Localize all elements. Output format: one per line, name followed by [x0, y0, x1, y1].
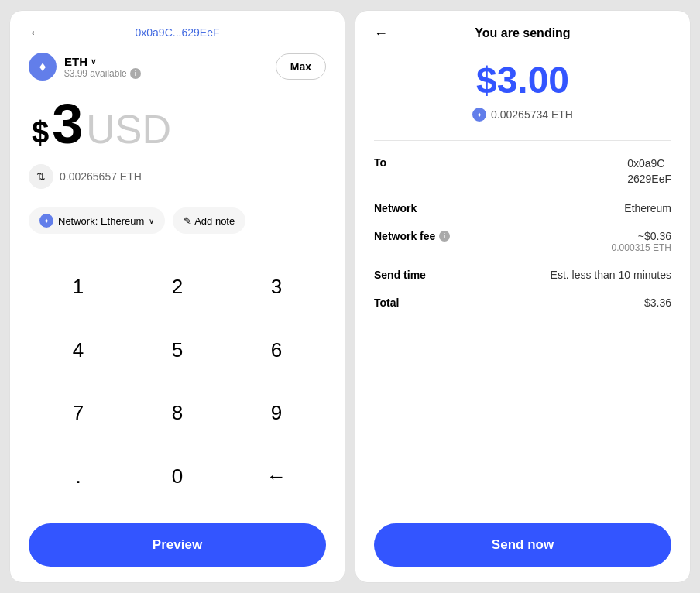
eth-amount-row: ⇅ 0.00265657 ETH — [29, 164, 326, 189]
add-note-button[interactable]: ✎ Add note — [173, 207, 245, 234]
to-address: 0x0a9C 2629EeF — [627, 156, 671, 187]
left-header: ← 0x0a9C...629EeF — [29, 26, 326, 39]
fee-eth: 0.000315 ETH — [612, 242, 671, 253]
sending-amount: $3.00 — [374, 59, 671, 101]
numpad-key-7[interactable]: 7 — [29, 382, 128, 445]
send-time-value: Est. less than 10 minutes — [551, 269, 671, 281]
send-time-label: Send time — [374, 269, 426, 281]
numpad-key-9[interactable]: 9 — [227, 382, 326, 445]
numpad-key-1[interactable]: 1 — [29, 255, 128, 319]
sending-eth: ♦ 0.00265734 ETH — [374, 108, 671, 122]
network-eth-icon: ♦ — [39, 214, 53, 228]
left-back-arrow[interactable]: ← — [29, 25, 43, 41]
fee-label: Network fee — [374, 230, 435, 242]
eth-logo: ♦ — [29, 53, 57, 81]
network-chevron: ∨ — [149, 217, 154, 225]
total-value: $3.36 — [644, 296, 671, 309]
network-row: Network Ethereum — [374, 202, 671, 214]
right-panel: ← You are sending $3.00 ♦ 0.00265734 ETH… — [355, 10, 691, 583]
sending-usd: $3.00 — [374, 59, 671, 101]
total-row: Total $3.36 — [374, 296, 671, 309]
numpad-key-2[interactable]: 2 — [128, 255, 227, 319]
numpad-key-backspace[interactable]: ← — [227, 445, 326, 509]
dollar-sign: $ — [32, 115, 49, 150]
numpad-key-5[interactable]: 5 — [128, 319, 227, 382]
token-row: ♦ ETH ∨ $3.99 available i Max — [29, 53, 326, 81]
to-address-line1: 0x0a9C — [627, 156, 671, 172]
right-header: ← You are sending — [374, 26, 671, 40]
fee-usd: ~$0.36 — [612, 230, 671, 242]
to-row: To 0x0a9C 2629EeF — [374, 156, 671, 187]
token-details: ETH ∨ $3.99 available i — [64, 55, 141, 79]
token-chevron: ∨ — [91, 57, 96, 66]
sending-eth-amount: 0.00265734 ETH — [491, 108, 573, 121]
send-now-button[interactable]: Send now — [374, 523, 671, 567]
add-note-label: ✎ Add note — [184, 215, 235, 227]
token-name[interactable]: ETH ∨ — [64, 55, 141, 68]
fee-label-group: Network fee i — [374, 230, 450, 242]
numpad-key-4[interactable]: 4 — [29, 319, 128, 382]
options-row: ♦ Network: Ethereum ∨ ✎ Add note — [29, 207, 326, 234]
amount-display: $ 3 USD — [29, 96, 326, 152]
numpad-key-6[interactable]: 6 — [227, 319, 326, 382]
right-back-arrow[interactable]: ← — [374, 26, 388, 42]
wallet-address[interactable]: 0x0a9C...629EeF — [136, 26, 220, 39]
token-info: ♦ ETH ∨ $3.99 available i — [29, 53, 141, 81]
sending-eth-icon: ♦ — [472, 108, 486, 122]
fee-info-icon[interactable]: i — [439, 231, 450, 242]
right-title: You are sending — [475, 26, 570, 40]
numpad: 1 2 3 4 5 6 7 8 9 . 0 ← — [29, 255, 326, 508]
network-button[interactable]: ♦ Network: Ethereum ∨ — [29, 207, 165, 234]
divider — [374, 140, 671, 141]
fee-row: Network fee i ~$0.36 0.000315 ETH — [374, 230, 671, 253]
max-button[interactable]: Max — [276, 53, 326, 80]
total-label: Total — [374, 296, 399, 309]
swap-icon[interactable]: ⇅ — [29, 164, 53, 189]
available-info-icon[interactable]: i — [130, 68, 141, 79]
to-address-line2: 2629EeF — [627, 172, 671, 187]
currency-label: USD — [86, 109, 171, 149]
to-label: To — [374, 156, 386, 169]
fee-value: ~$0.36 0.000315 ETH — [612, 230, 671, 253]
network-label: Network: Ethereum — [58, 215, 144, 227]
preview-button[interactable]: Preview — [29, 523, 326, 567]
numpad-key-dot[interactable]: . — [29, 445, 128, 509]
send-time-row: Send time Est. less than 10 minutes — [374, 269, 671, 281]
network-detail-label: Network — [374, 202, 417, 214]
network-detail-value: Ethereum — [624, 202, 671, 214]
amount-number: 3 — [52, 96, 83, 152]
numpad-key-8[interactable]: 8 — [128, 382, 227, 445]
numpad-key-3[interactable]: 3 — [227, 255, 326, 319]
token-available: $3.99 available i — [64, 68, 141, 79]
eth-amount-text: 0.00265657 ETH — [60, 170, 142, 183]
left-panel: ← 0x0a9C...629EeF ♦ ETH ∨ $3.99 availabl… — [9, 10, 345, 583]
numpad-key-0[interactable]: 0 — [128, 445, 227, 509]
